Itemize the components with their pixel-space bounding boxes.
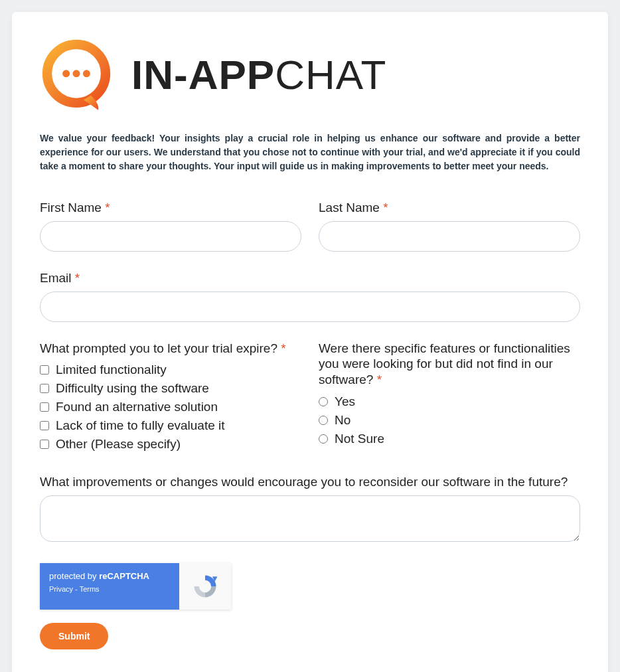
required-asterisk: * [105, 201, 110, 214]
prompt-expire-option[interactable]: Difficulty using the software [40, 381, 301, 396]
logo-text-bold: IN-APP [131, 52, 275, 98]
recaptcha-sep: - [73, 585, 80, 593]
required-asterisk: * [383, 201, 388, 214]
required-asterisk: * [377, 373, 382, 386]
logo-row: IN-APPCHAT [40, 39, 580, 112]
prompt-expire-option[interactable]: Found an alternative solution [40, 400, 301, 414]
required-asterisk: * [75, 271, 80, 285]
option-label: Not Sure [335, 432, 384, 446]
recaptcha-brand: reCAPTCHA [99, 571, 149, 581]
radio[interactable] [319, 416, 328, 425]
first-name-label: First Name * [40, 200, 301, 216]
last-name-label-text: Last Name [319, 201, 380, 214]
checkbox[interactable] [40, 365, 49, 375]
logo-text: IN-APPCHAT [131, 54, 386, 96]
prompt-expire-option[interactable]: Lack of time to fully evaluate it [40, 418, 301, 433]
first-name-label-text: First Name [40, 201, 102, 214]
option-label: No [335, 413, 350, 428]
prompt-expire-label: What prompted you to let your trial expi… [40, 341, 301, 357]
option-label: Other (Please specify) [56, 437, 181, 452]
form-card: IN-APPCHAT We value your feedback! Your … [12, 12, 608, 672]
logo-chat-icon [40, 39, 113, 112]
checkbox[interactable] [40, 440, 49, 449]
svg-point-1 [62, 70, 70, 77]
last-name-input[interactable] [319, 221, 580, 252]
prompt-expire-options: Limited functionality Difficulty using t… [40, 363, 301, 452]
svg-point-2 [73, 70, 80, 77]
option-label: Found an alternative solution [56, 400, 218, 414]
features-missing-label: Were there specific features or function… [319, 341, 580, 388]
email-input[interactable] [40, 292, 580, 322]
email-label-text: Email [40, 271, 72, 285]
checkbox[interactable] [40, 384, 49, 393]
checkbox[interactable] [40, 421, 49, 430]
prompt-expire-option[interactable]: Other (Please specify) [40, 437, 301, 452]
radio[interactable] [319, 397, 328, 406]
option-label: Limited functionality [56, 363, 167, 377]
option-label: Yes [335, 394, 355, 409]
svg-point-3 [83, 70, 90, 77]
option-label: Lack of time to fully evaluate it [56, 418, 225, 433]
recaptcha-prefix: protected by [49, 571, 99, 581]
intro-text: We value your feedback! Your insights pl… [40, 131, 580, 173]
features-missing-label-text: Were there specific features or function… [319, 341, 570, 387]
recaptcha-privacy-link[interactable]: Privacy [49, 585, 73, 593]
features-missing-option[interactable]: Yes [319, 394, 580, 409]
improvements-textarea[interactable] [40, 495, 580, 542]
last-name-label: Last Name * [319, 200, 580, 216]
prompt-expire-label-text: What prompted you to let your trial expi… [40, 341, 277, 355]
required-asterisk: * [281, 341, 285, 355]
radio[interactable] [319, 434, 328, 444]
first-name-input[interactable] [40, 221, 301, 252]
features-missing-option[interactable]: No [319, 413, 580, 428]
recaptcha-icon [179, 563, 231, 610]
features-missing-options: Yes No Not Sure [319, 394, 580, 446]
improvements-label: What improvements or changes would encou… [40, 474, 580, 490]
prompt-expire-option[interactable]: Limited functionality [40, 363, 301, 377]
features-missing-option[interactable]: Not Sure [319, 432, 580, 446]
recaptcha-terms-link[interactable]: Terms [80, 585, 100, 593]
checkbox[interactable] [40, 402, 49, 412]
submit-button[interactable]: Submit [40, 623, 108, 649]
option-label: Difficulty using the software [56, 381, 209, 396]
logo-text-thin: CHAT [275, 52, 386, 98]
recaptcha-text: protected by reCAPTCHA Privacy - Terms [40, 563, 179, 610]
recaptcha-badge: protected by reCAPTCHA Privacy - Terms [40, 563, 231, 610]
email-label: Email * [40, 270, 580, 286]
